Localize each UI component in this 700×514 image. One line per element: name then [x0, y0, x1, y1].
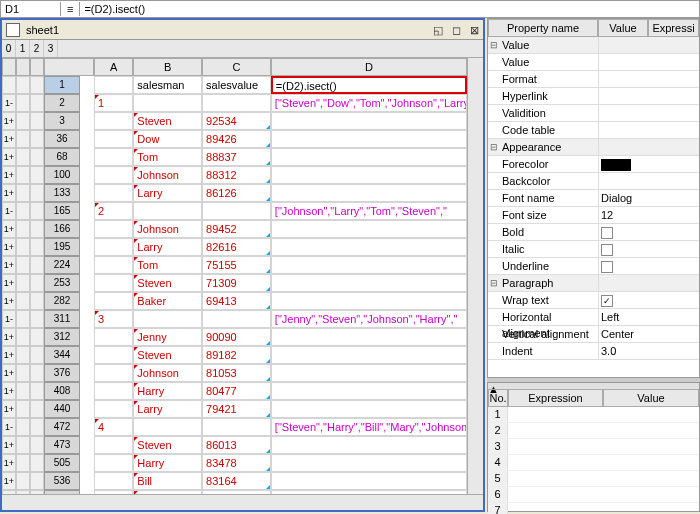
- cell[interactable]: [94, 472, 133, 490]
- outline-toggle[interactable]: 1+: [2, 112, 16, 130]
- expression-row[interactable]: 4: [488, 455, 699, 471]
- cell[interactable]: [202, 202, 271, 220]
- cell[interactable]: 79421: [202, 400, 271, 418]
- property-row[interactable]: ⊟Appearance: [488, 139, 699, 156]
- cell[interactable]: Steven: [133, 112, 202, 130]
- cell[interactable]: 71309: [202, 274, 271, 292]
- prop-head-expr[interactable]: Expressi: [648, 19, 699, 37]
- property-row[interactable]: Bold: [488, 224, 699, 241]
- outline-3[interactable]: 3: [44, 40, 58, 57]
- outline-toggle[interactable]: 1+: [2, 184, 16, 202]
- tree-toggle-icon[interactable]: [488, 88, 500, 104]
- cell[interactable]: Johnson: [133, 220, 202, 238]
- row-header[interactable]: 2: [44, 94, 80, 112]
- cell[interactable]: [202, 418, 271, 436]
- cell[interactable]: [271, 112, 467, 130]
- tree-toggle-icon[interactable]: [488, 190, 500, 206]
- cell[interactable]: 81053: [202, 364, 271, 382]
- tree-toggle-icon[interactable]: [488, 343, 500, 359]
- cell[interactable]: Johnson: [133, 364, 202, 382]
- outline-toggle[interactable]: 1+: [2, 364, 16, 382]
- horizontal-scrollbar[interactable]: [2, 494, 483, 510]
- row-header[interactable]: 376: [44, 364, 80, 382]
- cell[interactable]: [94, 490, 133, 494]
- row-header[interactable]: 3: [44, 112, 80, 130]
- cell[interactable]: 89426: [202, 130, 271, 148]
- row-header[interactable]: 36: [44, 130, 80, 148]
- outline-toggle[interactable]: 1+: [2, 454, 16, 472]
- sheet-name[interactable]: sheet1: [24, 24, 429, 36]
- cell[interactable]: 83478: [202, 454, 271, 472]
- outline-toggle[interactable]: 1+: [2, 130, 16, 148]
- col-header-d[interactable]: D: [271, 58, 467, 76]
- outline-2[interactable]: 2: [30, 40, 44, 57]
- cell[interactable]: [94, 436, 133, 454]
- checkbox[interactable]: [601, 244, 613, 256]
- col-header-b[interactable]: B: [133, 58, 202, 76]
- expr-head-value[interactable]: Value: [603, 389, 699, 407]
- cell[interactable]: [202, 94, 271, 112]
- cell[interactable]: Steven: [133, 436, 202, 454]
- tree-toggle-icon[interactable]: ⊟: [488, 139, 500, 155]
- cell[interactable]: Tom: [133, 256, 202, 274]
- checkbox[interactable]: [601, 295, 613, 307]
- cell-d1-highlighted[interactable]: =(D2).isect(): [271, 76, 467, 94]
- outline-toggle[interactable]: 1+: [2, 274, 16, 292]
- cell[interactable]: ["Steven","Harry","Bill","Mary","Johnson…: [271, 418, 467, 436]
- cell[interactable]: [271, 166, 467, 184]
- cell[interactable]: [133, 94, 202, 112]
- cell[interactable]: Steven: [133, 346, 202, 364]
- cell-reference[interactable]: D1: [1, 2, 61, 16]
- cell[interactable]: Jenny: [133, 328, 202, 346]
- outline-0[interactable]: 0: [2, 40, 16, 57]
- tree-toggle-icon[interactable]: [488, 326, 500, 342]
- tree-toggle-icon[interactable]: [488, 292, 500, 308]
- property-row[interactable]: ⊟Paragraph: [488, 275, 699, 292]
- row-header[interactable]: 253: [44, 274, 80, 292]
- cell[interactable]: [133, 310, 202, 328]
- cell[interactable]: [271, 490, 467, 494]
- cell[interactable]: [94, 112, 133, 130]
- cell[interactable]: [271, 238, 467, 256]
- row-header-corner[interactable]: [44, 58, 94, 76]
- cell[interactable]: 2: [94, 202, 133, 220]
- tree-toggle-icon[interactable]: ⊟: [488, 275, 500, 291]
- property-row[interactable]: Validition: [488, 105, 699, 122]
- outline-toggle[interactable]: 1-: [2, 418, 16, 436]
- cell[interactable]: [271, 364, 467, 382]
- tree-toggle-icon[interactable]: [488, 258, 500, 274]
- row-header[interactable]: 133: [44, 184, 80, 202]
- tree-toggle-icon[interactable]: [488, 309, 500, 325]
- tree-toggle-icon[interactable]: [488, 122, 500, 138]
- cell[interactable]: Harry: [133, 382, 202, 400]
- cell[interactable]: [133, 418, 202, 436]
- col-header-a[interactable]: A: [94, 58, 133, 76]
- outline-toggle[interactable]: 1+: [2, 238, 16, 256]
- cell[interactable]: [94, 292, 133, 310]
- tree-toggle-icon[interactable]: [488, 54, 500, 70]
- cell[interactable]: ["Jenny","Steven","Johnson","Harry",": [271, 310, 467, 328]
- outline-toggle[interactable]: 1+: [2, 292, 16, 310]
- cell[interactable]: [271, 472, 467, 490]
- cell[interactable]: [271, 274, 467, 292]
- prop-head-value[interactable]: Value: [598, 19, 648, 37]
- outline-toggle[interactable]: 1+: [2, 436, 16, 454]
- row-header[interactable]: 282: [44, 292, 80, 310]
- cell[interactable]: 86013: [202, 436, 271, 454]
- expression-row[interactable]: 3: [488, 439, 699, 455]
- property-row[interactable]: Horizontal alignmentLeft: [488, 309, 699, 326]
- cell[interactable]: [271, 454, 467, 472]
- cell[interactable]: [271, 346, 467, 364]
- outline-1[interactable]: 1: [16, 40, 30, 57]
- outline-toggle[interactable]: 1-: [2, 94, 16, 112]
- cell[interactable]: Tom: [133, 148, 202, 166]
- row-header[interactable]: 311: [44, 310, 80, 328]
- property-row[interactable]: Hyperlink: [488, 88, 699, 105]
- cell[interactable]: salesvalue: [202, 76, 271, 94]
- property-row[interactable]: Value: [488, 54, 699, 71]
- formula-input[interactable]: =(D2).isect(): [80, 2, 699, 16]
- row-header[interactable]: 312: [44, 328, 80, 346]
- restore-icon[interactable]: ◱: [431, 23, 445, 37]
- cell[interactable]: 90090: [202, 328, 271, 346]
- cell[interactable]: [94, 382, 133, 400]
